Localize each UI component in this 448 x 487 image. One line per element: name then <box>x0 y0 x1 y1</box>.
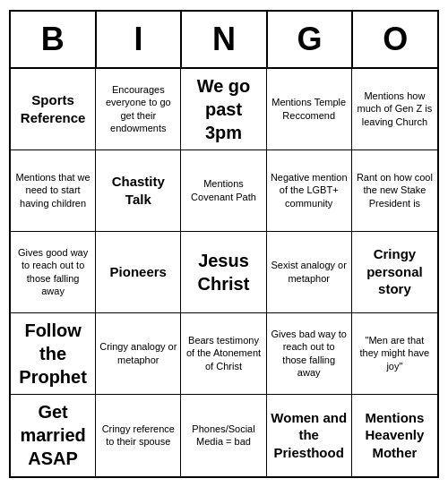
header-letter-i: I <box>97 12 183 67</box>
bingo-cell-23[interactable]: Women and the Priesthood <box>267 395 352 476</box>
bingo-cell-7[interactable]: Mentions Covenant Path <box>181 150 266 232</box>
bingo-cell-15[interactable]: Follow the Prophet <box>11 313 96 395</box>
bingo-cell-24[interactable]: Mentions Heavenly Mother <box>352 395 437 476</box>
bingo-header: BINGO <box>11 12 437 69</box>
bingo-cell-19[interactable]: "Men are that they might have joy" <box>352 313 437 395</box>
bingo-cell-17[interactable]: Bears testimony of the Atonement of Chri… <box>181 313 266 395</box>
bingo-cell-14[interactable]: Cringy personal story <box>352 232 437 313</box>
bingo-cell-21[interactable]: Cringy reference to their spouse <box>96 395 181 476</box>
header-letter-g: G <box>268 12 354 67</box>
bingo-card: BINGO Sports ReferenceEncourages everyon… <box>9 10 439 478</box>
bingo-cell-10[interactable]: Gives good way to reach out to those fal… <box>11 232 96 313</box>
bingo-cell-5[interactable]: Mentions that we need to start having ch… <box>11 150 96 232</box>
bingo-cell-18[interactable]: Gives bad way to reach out to those fall… <box>267 313 352 395</box>
bingo-cell-16[interactable]: Cringy analogy or metaphor <box>96 313 181 395</box>
bingo-cell-6[interactable]: Chastity Talk <box>96 150 181 232</box>
bingo-cell-11[interactable]: Pioneers <box>96 232 181 313</box>
bingo-cell-0[interactable]: Sports Reference <box>11 69 96 150</box>
bingo-grid: Sports ReferenceEncourages everyone to g… <box>11 69 437 476</box>
bingo-cell-12[interactable]: Jesus Christ <box>181 232 266 313</box>
bingo-cell-8[interactable]: Negative mention of the LGBT+ community <box>267 150 352 232</box>
header-letter-b: B <box>11 12 97 67</box>
header-letter-n: N <box>182 12 268 67</box>
bingo-cell-13[interactable]: Sexist analogy or metaphor <box>267 232 352 313</box>
bingo-cell-20[interactable]: Get married ASAP <box>11 395 96 476</box>
bingo-cell-9[interactable]: Rant on how cool the new Stake President… <box>352 150 437 232</box>
bingo-cell-22[interactable]: Phones/Social Media = bad <box>181 395 266 476</box>
bingo-cell-1[interactable]: Encourages everyone to go get their endo… <box>96 69 181 150</box>
bingo-cell-2[interactable]: We go past 3pm <box>181 69 266 150</box>
bingo-cell-3[interactable]: Mentions Temple Reccomend <box>267 69 352 150</box>
bingo-cell-4[interactable]: Mentions how much of Gen Z is leaving Ch… <box>352 69 437 150</box>
header-letter-o: O <box>353 12 437 67</box>
